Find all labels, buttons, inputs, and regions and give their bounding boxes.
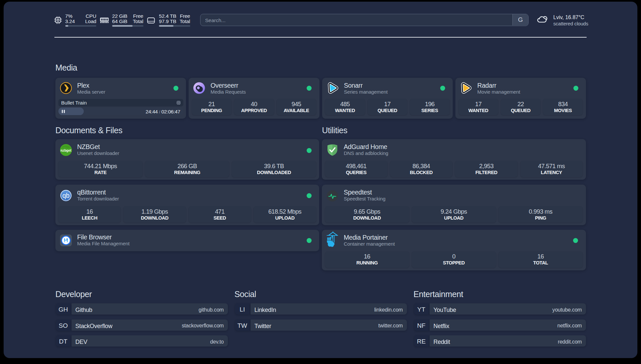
svg-text:qb: qb	[62, 192, 70, 199]
svg-text:nzbget: nzbget	[60, 149, 71, 152]
